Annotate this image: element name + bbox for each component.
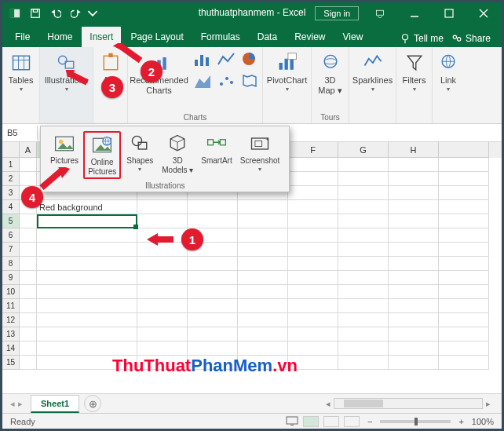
cell[interactable] [389,285,439,299]
cell[interactable] [288,257,338,271]
filters-button[interactable]: Filters▾ [397,50,432,95]
cell[interactable] [439,200,489,214]
cell[interactable] [188,271,238,285]
cell[interactable] [439,158,489,172]
cell[interactable] [389,356,439,370]
row-header[interactable]: 1 [2,158,20,172]
new-sheet-button[interactable]: ⊕ [84,395,101,412]
cell[interactable] [137,200,188,214]
cell[interactable] [389,257,439,271]
cell[interactable] [338,327,389,342]
cell[interactable] [238,327,288,342]
tab-review[interactable]: Review [287,27,333,47]
cell[interactable] [37,228,137,243]
row-header[interactable]: 2 [2,172,20,186]
cell[interactable] [20,356,37,370]
cell[interactable] [389,243,439,257]
cell[interactable] [137,313,188,327]
cell[interactable] [288,327,338,342]
row-header[interactable]: 11 [2,299,20,313]
cell[interactable] [338,285,389,299]
cell[interactable] [20,257,37,271]
row-header[interactable]: 7 [2,243,20,257]
cell[interactable] [188,285,238,299]
cell[interactable] [238,285,288,299]
shapes-button[interactable]: Shapes▾ [122,131,157,179]
cell[interactable] [389,214,439,228]
cell[interactable] [338,186,389,200]
row-header[interactable]: 12 [2,313,20,327]
tab-home[interactable]: Home [39,27,80,47]
smartart-button[interactable]: SmartArt [198,131,235,179]
zoom-out-button[interactable]: − [364,417,375,426]
view-pagebreak-button[interactable] [344,416,360,427]
pivotchart-button[interactable]: PivotChart▾ [265,50,309,95]
cell[interactable] [338,342,389,356]
tab-data[interactable]: Data [250,27,285,47]
zoom-percent[interactable]: 100% [472,417,494,426]
cell[interactable] [338,356,389,370]
cell[interactable] [37,257,137,271]
cell[interactable] [389,158,439,172]
row-header[interactable]: 13 [2,327,20,342]
cell[interactable] [338,158,389,172]
row-header[interactable]: 6 [2,228,20,243]
cell[interactable] [288,228,338,243]
signin-button[interactable]: Sign in [315,6,359,20]
cell[interactable] [288,285,338,299]
cell[interactable]: Red background [37,200,137,214]
view-normal-button[interactable] [303,416,319,427]
cell[interactable] [188,299,238,313]
cell[interactable] [20,299,37,313]
cell[interactable] [338,172,389,186]
chart-bar-icon[interactable] [193,50,215,71]
sheet-nav-next[interactable]: ▸ [18,399,23,409]
cell[interactable] [338,228,389,243]
row-header[interactable]: 5 [2,214,20,228]
cell[interactable] [37,299,137,313]
sheet-nav-first[interactable]: ◂ [10,399,15,409]
cell[interactable] [439,271,489,285]
cell[interactable] [389,313,439,327]
cell[interactable] [389,342,439,356]
sheet-tab-sheet1[interactable]: Sheet1 [31,395,79,413]
cell[interactable] [238,299,288,313]
cell[interactable] [137,271,188,285]
cell[interactable] [20,158,37,172]
cell[interactable] [137,342,188,356]
close-button[interactable] [467,2,500,24]
cell[interactable] [137,214,188,228]
tab-view[interactable]: View [335,27,371,47]
cell[interactable] [288,158,338,172]
cell[interactable] [439,228,489,243]
cell[interactable] [20,214,37,228]
ribbon-options-button[interactable] [363,2,396,24]
chart-scatter-icon[interactable] [217,72,239,93]
horizontal-scrollbar[interactable] [334,398,483,409]
links-button[interactable]: Link▾ [431,50,466,95]
cell[interactable] [439,342,489,356]
cell[interactable] [288,214,338,228]
cell[interactable] [389,299,439,313]
cell[interactable] [188,356,238,370]
chart-pie-icon[interactable] [240,50,262,71]
cell[interactable] [188,342,238,356]
cell[interactable] [439,172,489,186]
cell[interactable] [288,356,338,370]
cell[interactable] [37,356,137,370]
cell[interactable] [439,356,489,370]
chart-map-icon[interactable] [240,72,262,93]
cell[interactable] [288,299,338,313]
col-header-f[interactable]: F [288,142,338,158]
cell[interactable] [37,285,137,299]
cell[interactable] [389,327,439,342]
col-header-g[interactable]: G [338,142,389,158]
cell[interactable] [188,214,238,228]
cell[interactable] [288,172,338,186]
cell[interactable] [20,285,37,299]
cell[interactable] [439,285,489,299]
cell[interactable] [238,257,288,271]
cell[interactable] [238,356,288,370]
cell[interactable] [238,313,288,327]
tab-file[interactable]: File [7,27,38,47]
